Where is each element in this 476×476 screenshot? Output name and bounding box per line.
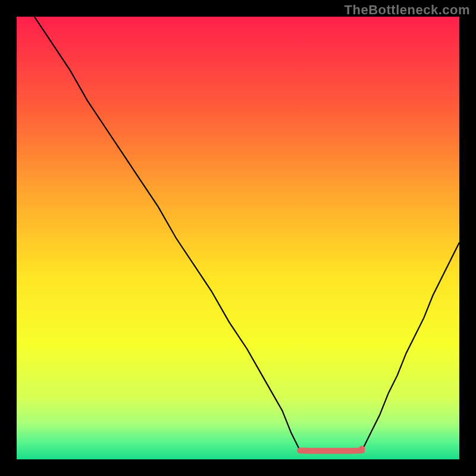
trough-dot: [359, 446, 365, 452]
gradient-bg: [17, 17, 459, 459]
watermark-text: TheBottleneck.com: [345, 2, 470, 18]
chart-stage: TheBottleneck.com: [0, 0, 476, 476]
chart-svg: [17, 17, 459, 459]
series-trough-marker: [300, 450, 362, 451]
plot-area: [17, 17, 459, 459]
